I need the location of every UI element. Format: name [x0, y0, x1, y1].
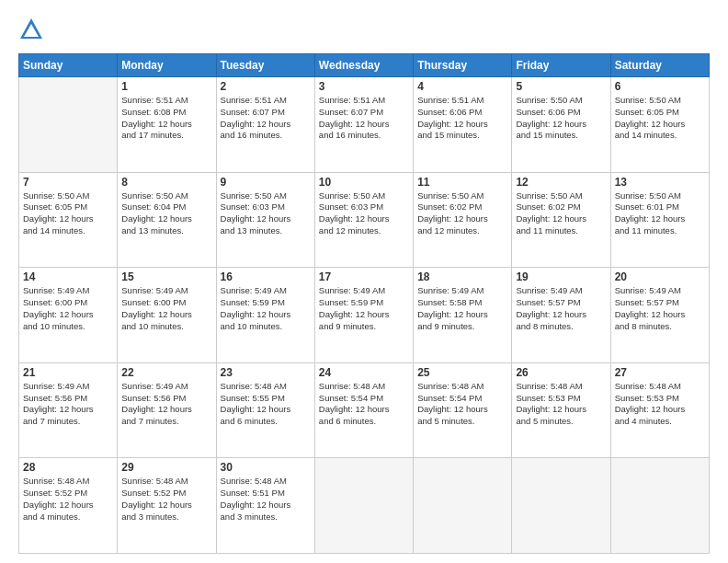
day-info: Sunrise: 5:49 AM Sunset: 5:56 PM Dayligh…	[23, 381, 113, 428]
calendar-cell	[512, 458, 610, 554]
day-number: 29	[121, 461, 211, 474]
day-info: Sunrise: 5:50 AM Sunset: 6:03 PM Dayligh…	[319, 190, 409, 237]
day-number: 7	[23, 176, 113, 189]
calendar-header-tuesday: Tuesday	[216, 54, 314, 77]
calendar-cell: 20Sunrise: 5:49 AM Sunset: 5:57 PM Dayli…	[610, 268, 709, 363]
calendar-cell: 27Sunrise: 5:48 AM Sunset: 5:53 PM Dayli…	[610, 362, 709, 458]
calendar-cell: 17Sunrise: 5:49 AM Sunset: 5:59 PM Dayli…	[314, 268, 413, 363]
day-number: 9	[221, 176, 311, 189]
calendar-cell: 19Sunrise: 5:49 AM Sunset: 5:57 PM Dayli…	[512, 268, 610, 363]
day-number: 30	[221, 461, 311, 474]
day-info: Sunrise: 5:49 AM Sunset: 5:59 PM Dayligh…	[221, 285, 311, 332]
day-number: 26	[516, 366, 606, 379]
calendar-cell: 2Sunrise: 5:51 AM Sunset: 6:07 PM Daylig…	[216, 77, 314, 173]
day-info: Sunrise: 5:50 AM Sunset: 6:05 PM Dayligh…	[23, 190, 113, 237]
day-info: Sunrise: 5:48 AM Sunset: 5:53 PM Dayligh…	[516, 381, 606, 428]
calendar-week-row: 14Sunrise: 5:49 AM Sunset: 6:00 PM Dayli…	[19, 268, 710, 363]
day-info: Sunrise: 5:51 AM Sunset: 6:06 PM Dayligh…	[417, 95, 507, 142]
calendar-week-row: 28Sunrise: 5:48 AM Sunset: 5:52 PM Dayli…	[19, 458, 710, 554]
calendar-week-row: 21Sunrise: 5:49 AM Sunset: 5:56 PM Dayli…	[19, 362, 710, 458]
day-info: Sunrise: 5:49 AM Sunset: 5:57 PM Dayligh…	[516, 285, 606, 332]
day-info: Sunrise: 5:50 AM Sunset: 6:04 PM Dayligh…	[121, 190, 211, 237]
day-number: 21	[23, 366, 113, 379]
calendar-header-friday: Friday	[512, 54, 610, 77]
day-number: 22	[121, 366, 211, 379]
day-number: 11	[417, 176, 507, 189]
day-number: 17	[319, 270, 409, 283]
day-number: 27	[615, 366, 705, 379]
calendar-cell: 22Sunrise: 5:49 AM Sunset: 5:56 PM Dayli…	[118, 362, 216, 458]
calendar-cell	[314, 458, 413, 554]
calendar-header-saturday: Saturday	[610, 54, 709, 77]
day-info: Sunrise: 5:50 AM Sunset: 6:02 PM Dayligh…	[516, 190, 606, 237]
calendar-week-row: 7Sunrise: 5:50 AM Sunset: 6:05 PM Daylig…	[19, 172, 710, 268]
calendar-cell: 16Sunrise: 5:49 AM Sunset: 5:59 PM Dayli…	[216, 268, 314, 363]
day-number: 12	[516, 176, 606, 189]
calendar-cell: 28Sunrise: 5:48 AM Sunset: 5:52 PM Dayli…	[19, 458, 118, 554]
day-info: Sunrise: 5:48 AM Sunset: 5:54 PM Dayligh…	[319, 381, 409, 428]
calendar-cell: 21Sunrise: 5:49 AM Sunset: 5:56 PM Dayli…	[19, 362, 118, 458]
day-info: Sunrise: 5:49 AM Sunset: 5:58 PM Dayligh…	[417, 285, 507, 332]
calendar-header-monday: Monday	[118, 54, 216, 77]
day-info: Sunrise: 5:50 AM Sunset: 6:01 PM Dayligh…	[615, 190, 705, 237]
day-info: Sunrise: 5:48 AM Sunset: 5:53 PM Dayligh…	[615, 381, 705, 428]
calendar-cell: 29Sunrise: 5:48 AM Sunset: 5:52 PM Dayli…	[118, 458, 216, 554]
calendar-cell: 11Sunrise: 5:50 AM Sunset: 6:02 PM Dayli…	[414, 172, 512, 268]
day-info: Sunrise: 5:50 AM Sunset: 6:02 PM Dayligh…	[417, 190, 507, 237]
calendar-cell: 30Sunrise: 5:48 AM Sunset: 5:51 PM Dayli…	[216, 458, 314, 554]
calendar-cell: 14Sunrise: 5:49 AM Sunset: 6:00 PM Dayli…	[19, 268, 118, 363]
calendar-header-row: SundayMondayTuesdayWednesdayThursdayFrid…	[19, 54, 710, 77]
day-number: 4	[417, 80, 507, 93]
calendar-header-wednesday: Wednesday	[314, 54, 413, 77]
day-info: Sunrise: 5:51 AM Sunset: 6:08 PM Dayligh…	[121, 95, 211, 142]
day-number: 3	[319, 80, 409, 93]
calendar-cell: 24Sunrise: 5:48 AM Sunset: 5:54 PM Dayli…	[314, 362, 413, 458]
day-info: Sunrise: 5:48 AM Sunset: 5:55 PM Dayligh…	[221, 381, 311, 428]
day-info: Sunrise: 5:48 AM Sunset: 5:54 PM Dayligh…	[417, 381, 507, 428]
day-number: 6	[615, 80, 705, 93]
day-number: 19	[516, 270, 606, 283]
calendar-cell: 3Sunrise: 5:51 AM Sunset: 6:07 PM Daylig…	[314, 77, 413, 173]
day-info: Sunrise: 5:49 AM Sunset: 6:00 PM Dayligh…	[121, 285, 211, 332]
calendar-cell: 23Sunrise: 5:48 AM Sunset: 5:55 PM Dayli…	[216, 362, 314, 458]
calendar-cell	[610, 458, 709, 554]
calendar-cell: 10Sunrise: 5:50 AM Sunset: 6:03 PM Dayli…	[314, 172, 413, 268]
day-number: 15	[121, 270, 211, 283]
calendar-cell: 9Sunrise: 5:50 AM Sunset: 6:03 PM Daylig…	[216, 172, 314, 268]
day-number: 20	[615, 270, 705, 283]
calendar-cell: 15Sunrise: 5:49 AM Sunset: 6:00 PM Dayli…	[118, 268, 216, 363]
day-info: Sunrise: 5:48 AM Sunset: 5:52 PM Dayligh…	[23, 476, 113, 523]
calendar-cell: 26Sunrise: 5:48 AM Sunset: 5:53 PM Dayli…	[512, 362, 610, 458]
header	[18, 17, 710, 42]
calendar-cell: 13Sunrise: 5:50 AM Sunset: 6:01 PM Dayli…	[610, 172, 709, 268]
calendar-cell: 6Sunrise: 5:50 AM Sunset: 6:05 PM Daylig…	[610, 77, 709, 173]
day-info: Sunrise: 5:49 AM Sunset: 5:59 PM Dayligh…	[319, 285, 409, 332]
logo-icon	[18, 17, 44, 42]
day-number: 25	[417, 366, 507, 379]
calendar-cell: 1Sunrise: 5:51 AM Sunset: 6:08 PM Daylig…	[118, 77, 216, 173]
page: SundayMondayTuesdayWednesdayThursdayFrid…	[0, 0, 728, 563]
day-info: Sunrise: 5:50 AM Sunset: 6:03 PM Dayligh…	[221, 190, 311, 237]
calendar-cell: 18Sunrise: 5:49 AM Sunset: 5:58 PM Dayli…	[414, 268, 512, 363]
calendar-cell: 7Sunrise: 5:50 AM Sunset: 6:05 PM Daylig…	[19, 172, 118, 268]
day-info: Sunrise: 5:49 AM Sunset: 6:00 PM Dayligh…	[23, 285, 113, 332]
day-info: Sunrise: 5:48 AM Sunset: 5:52 PM Dayligh…	[121, 476, 211, 523]
calendar-cell: 25Sunrise: 5:48 AM Sunset: 5:54 PM Dayli…	[414, 362, 512, 458]
logo	[18, 17, 48, 42]
day-info: Sunrise: 5:51 AM Sunset: 6:07 PM Dayligh…	[319, 95, 409, 142]
day-number: 24	[319, 366, 409, 379]
calendar: SundayMondayTuesdayWednesdayThursdayFrid…	[18, 53, 710, 554]
day-number: 14	[23, 270, 113, 283]
calendar-header-sunday: Sunday	[19, 54, 118, 77]
day-info: Sunrise: 5:49 AM Sunset: 5:56 PM Dayligh…	[121, 381, 211, 428]
calendar-cell	[414, 458, 512, 554]
calendar-week-row: 1Sunrise: 5:51 AM Sunset: 6:08 PM Daylig…	[19, 77, 710, 173]
calendar-header-thursday: Thursday	[414, 54, 512, 77]
calendar-cell: 12Sunrise: 5:50 AM Sunset: 6:02 PM Dayli…	[512, 172, 610, 268]
day-number: 16	[221, 270, 311, 283]
day-number: 1	[121, 80, 211, 93]
day-info: Sunrise: 5:49 AM Sunset: 5:57 PM Dayligh…	[615, 285, 705, 332]
day-number: 13	[615, 176, 705, 189]
day-info: Sunrise: 5:50 AM Sunset: 6:05 PM Dayligh…	[615, 95, 705, 142]
day-number: 8	[121, 176, 211, 189]
